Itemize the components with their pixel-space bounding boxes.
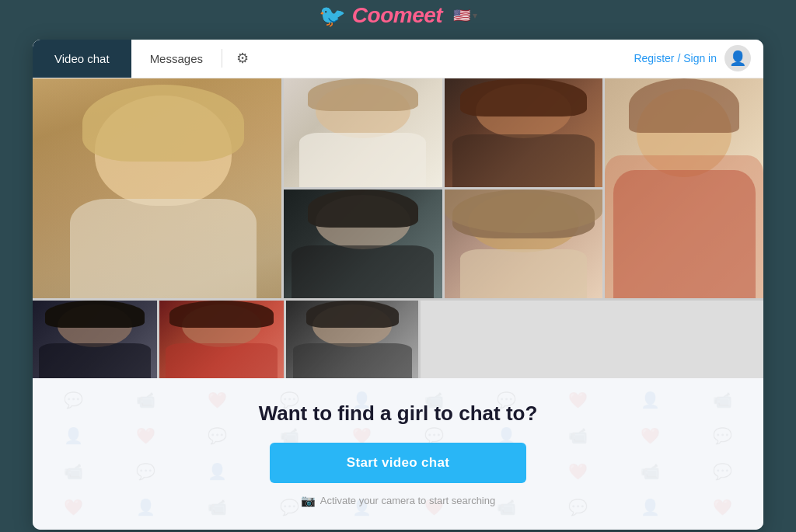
wm-icon: ❤️ <box>183 384 253 417</box>
wm-icon: 💬 <box>544 491 613 523</box>
photo-9 <box>286 301 418 378</box>
wm-icon: ❤️ <box>111 419 180 452</box>
photo-6 <box>605 78 763 298</box>
wm-icon: 📹 <box>616 455 685 488</box>
nav-bar: Video chat Messages ⚙ Register / Sign in… <box>33 40 763 78</box>
wm-icon: 📹 <box>183 491 253 523</box>
gear-icon: ⚙ <box>236 50 249 67</box>
wm-icon: ❤️ <box>616 419 685 452</box>
photo-filler <box>421 301 763 378</box>
logo-text: Coomeet <box>352 3 442 28</box>
wm-icon: 💬 <box>39 384 108 417</box>
flag-icon: 🇺🇸 <box>453 7 470 24</box>
cta-section: 💬 📹 ❤️ 💬 👤 📹 💬 ❤️ 👤 📹 👤 ❤️ 💬 📹 ❤️ 💬 👤 📹 <box>33 378 763 530</box>
user-icon: 👤 <box>729 50 746 67</box>
wm-icon: ❤️ <box>39 491 108 523</box>
photo-5 <box>445 190 603 298</box>
camera-icon: 📷 <box>301 494 316 508</box>
tab-messages[interactable]: Messages <box>131 40 222 78</box>
language-selector[interactable]: 🇺🇸 ▾ <box>453 7 477 24</box>
chevron-down-icon: ▾ <box>473 10 477 21</box>
cta-heading: Want to find a girl to chat to? <box>259 402 538 426</box>
logo-bar: 🐦 Coomeet 🇺🇸 ▾ <box>319 3 477 29</box>
wm-icon: 📹 <box>39 455 108 488</box>
wm-icon: 👤 <box>183 455 253 488</box>
wm-icon: 👤 <box>616 491 685 523</box>
wm-icon: 📹 <box>688 384 757 417</box>
photo-row-bottom <box>33 298 763 378</box>
photo-7 <box>33 301 157 378</box>
tab-video-chat[interactable]: Video chat <box>33 40 131 78</box>
wm-icon: ❤️ <box>544 455 613 488</box>
start-video-chat-button[interactable]: Start video chat <box>270 443 526 483</box>
wm-icon: 💬 <box>183 419 253 452</box>
wm-icon: 📹 <box>544 419 613 452</box>
wm-icon: 💬 <box>688 419 757 452</box>
photo-1 <box>33 78 281 298</box>
app-wrapper: 🐦 Coomeet 🇺🇸 ▾ Video chat Messages ⚙ Reg… <box>33 3 763 530</box>
photo-2 <box>284 78 442 187</box>
wm-icon: 👤 <box>39 419 108 452</box>
logo-bird-icon: 🐦 <box>319 3 346 29</box>
auth-button[interactable]: Register / Sign in 👤 <box>634 45 763 71</box>
wm-icon: 📹 <box>111 384 180 417</box>
main-card: Video chat Messages ⚙ Register / Sign in… <box>33 40 763 530</box>
wm-icon: ❤️ <box>544 384 613 417</box>
settings-button[interactable]: ⚙ <box>222 40 263 78</box>
wm-icon: ❤️ <box>688 491 757 523</box>
user-avatar: 👤 <box>724 45 751 71</box>
wm-icon: 💬 <box>688 455 757 488</box>
photo-4 <box>284 190 442 298</box>
photo-grid <box>33 78 763 298</box>
photo-3 <box>445 78 603 187</box>
camera-hint: 📷 Activate your camera to start searchin… <box>301 494 495 508</box>
wm-icon: 👤 <box>616 384 685 417</box>
wm-icon: 💬 <box>111 455 180 488</box>
photo-8 <box>159 301 284 378</box>
wm-icon: 👤 <box>111 491 180 523</box>
